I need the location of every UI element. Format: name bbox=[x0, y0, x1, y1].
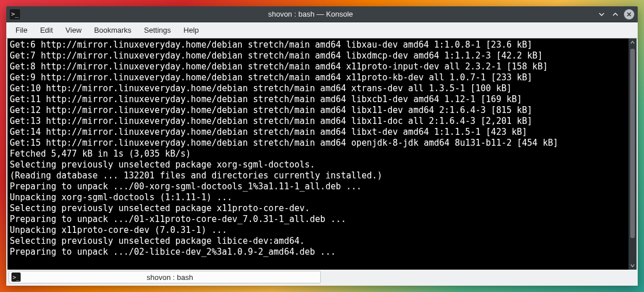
menu-edit[interactable]: Edit bbox=[34, 24, 58, 37]
tab-label: shovon : bash bbox=[24, 273, 316, 282]
minimize-button[interactable] bbox=[596, 9, 607, 20]
window-controls bbox=[596, 9, 634, 20]
konsole-window: >_ shovon : bash — Konsole File Edit Vie… bbox=[6, 6, 638, 286]
menu-bookmarks[interactable]: Bookmarks bbox=[88, 24, 137, 37]
tab-shovon-bash[interactable]: >_ shovon : bash bbox=[9, 271, 321, 283]
app-icon: >_ bbox=[10, 9, 20, 20]
terminal-icon: >_ bbox=[11, 272, 21, 282]
terminal-icon-glyph: >_ bbox=[13, 274, 19, 281]
close-button[interactable] bbox=[624, 9, 634, 20]
menu-help[interactable]: Help bbox=[178, 24, 205, 37]
maximize-button[interactable] bbox=[610, 9, 621, 20]
scroll-down-icon[interactable] bbox=[629, 262, 637, 270]
menu-file[interactable]: File bbox=[10, 24, 33, 37]
scroll-track[interactable] bbox=[629, 46, 637, 262]
tabbar: >_ shovon : bash bbox=[6, 270, 638, 286]
menubar: File Edit View Bookmarks Settings Help bbox=[6, 22, 638, 38]
scrollbar[interactable] bbox=[629, 38, 637, 270]
scroll-thumb[interactable] bbox=[630, 49, 635, 238]
scroll-up-icon[interactable] bbox=[629, 38, 637, 46]
menu-settings[interactable]: Settings bbox=[138, 24, 176, 37]
terminal-area: Get:6 http://mirror.linuxeveryday.home/d… bbox=[6, 38, 638, 270]
app-icon-glyph: >_ bbox=[11, 10, 18, 18]
menu-view[interactable]: View bbox=[60, 24, 87, 37]
titlebar[interactable]: >_ shovon : bash — Konsole bbox=[6, 6, 638, 22]
window-title: shovon : bash — Konsole bbox=[25, 10, 596, 18]
terminal-output[interactable]: Get:6 http://mirror.linuxeveryday.home/d… bbox=[7, 38, 629, 270]
